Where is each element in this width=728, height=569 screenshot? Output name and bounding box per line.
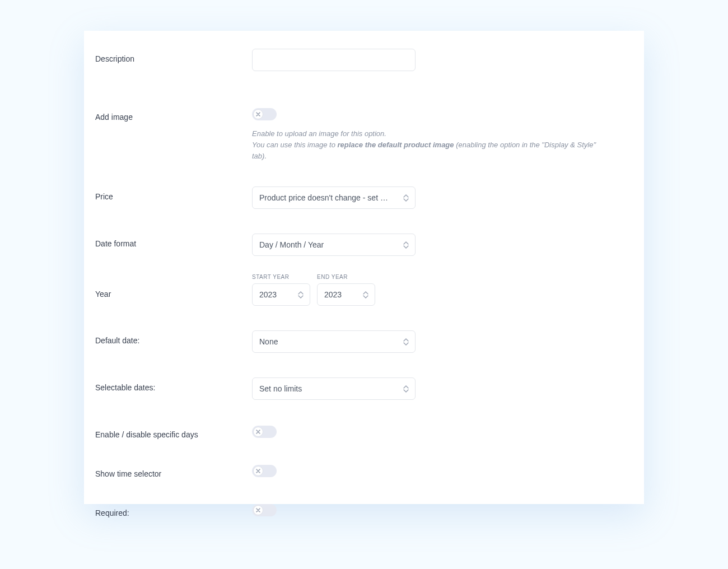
required-toggle[interactable]	[252, 504, 277, 516]
label-required: Required:	[95, 503, 252, 517]
row-show-time: Show time selector	[95, 464, 633, 478]
start-year-col: START YEAR 2023	[252, 274, 310, 306]
close-icon	[253, 427, 263, 437]
end-year-label: END YEAR	[317, 274, 375, 280]
label-add-image: Add image	[95, 107, 252, 122]
price-select-value: Product price doesn't change - set …	[259, 193, 388, 202]
help-text-line-2-pre: You can use this image to	[252, 141, 337, 149]
row-description: Description	[95, 49, 633, 71]
row-enable-specific-days: Enable / disable specific days	[95, 425, 633, 439]
date-format-select-value: Day / Month / Year	[259, 240, 324, 249]
row-price: Price Product price doesn't change - set…	[95, 186, 633, 209]
close-icon	[253, 109, 263, 119]
add-image-help: Enable to upload an image for this optio…	[252, 128, 610, 162]
close-icon	[253, 466, 263, 476]
end-year-select[interactable]: 2023	[317, 283, 375, 306]
description-input[interactable]	[252, 49, 416, 71]
label-selectable-dates: Selectable dates:	[95, 377, 252, 392]
help-text-line-1: Enable to upload an image for this optio…	[252, 129, 386, 138]
label-show-time: Show time selector	[95, 464, 252, 478]
chevron-up-down-icon	[403, 193, 409, 202]
default-date-select-value: None	[259, 337, 278, 346]
chevron-up-down-icon	[297, 290, 304, 299]
start-year-value: 2023	[259, 290, 277, 299]
close-icon	[253, 505, 263, 515]
chevron-up-down-icon	[403, 384, 409, 393]
year-group: START YEAR 2023 END YEAR 2023	[252, 274, 633, 306]
label-description: Description	[95, 49, 252, 63]
row-selectable-dates: Selectable dates: Set no limits	[95, 377, 633, 400]
label-default-date: Default date:	[95, 330, 252, 345]
row-required: Required:	[95, 503, 633, 517]
help-text-line-2-strong: replace the default product image	[337, 141, 454, 149]
label-year: Year	[95, 274, 252, 299]
enable-specific-days-toggle[interactable]	[252, 426, 277, 438]
chevron-up-down-icon	[403, 240, 409, 249]
selectable-dates-select-value: Set no limits	[259, 384, 302, 393]
label-price: Price	[95, 186, 252, 201]
chevron-up-down-icon	[362, 290, 369, 299]
end-year-col: END YEAR 2023	[317, 274, 375, 306]
row-add-image: Add image Enable to upload an image for …	[95, 107, 633, 162]
date-format-select[interactable]: Day / Month / Year	[252, 234, 416, 256]
label-date-format: Date format	[95, 234, 252, 248]
settings-panel: Description Add image Enable to upload a…	[84, 31, 644, 504]
start-year-select[interactable]: 2023	[252, 283, 310, 306]
label-enable-specific-days: Enable / disable specific days	[95, 425, 252, 439]
show-time-toggle[interactable]	[252, 465, 277, 477]
start-year-label: START YEAR	[252, 274, 310, 280]
row-date-format: Date format Day / Month / Year	[95, 234, 633, 256]
add-image-toggle[interactable]	[252, 108, 277, 120]
price-select[interactable]: Product price doesn't change - set …	[252, 186, 416, 209]
chevron-up-down-icon	[403, 337, 409, 346]
end-year-value: 2023	[324, 290, 342, 299]
selectable-dates-select[interactable]: Set no limits	[252, 377, 416, 400]
default-date-select[interactable]: None	[252, 330, 416, 353]
row-default-date: Default date: None	[95, 330, 633, 353]
row-year: Year START YEAR 2023 END YEAR	[95, 274, 633, 306]
